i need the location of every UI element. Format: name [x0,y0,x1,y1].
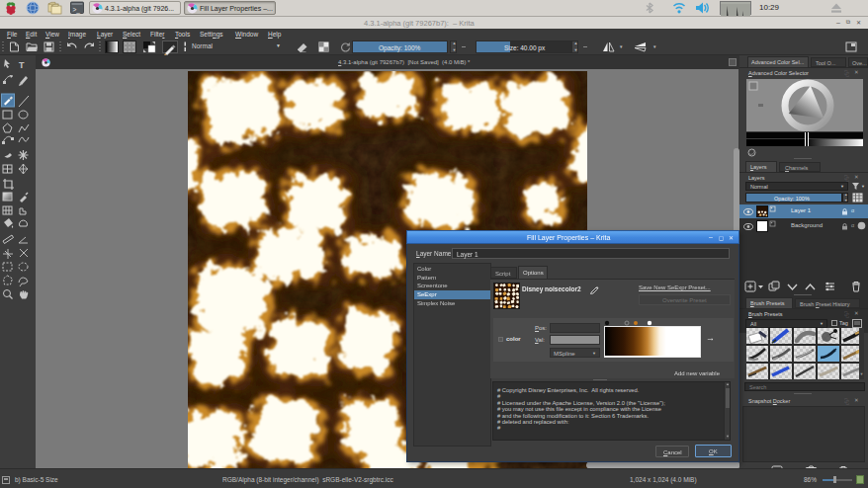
svg-text:T: T [19,60,25,70]
svg-text:>_: >_ [73,6,81,14]
